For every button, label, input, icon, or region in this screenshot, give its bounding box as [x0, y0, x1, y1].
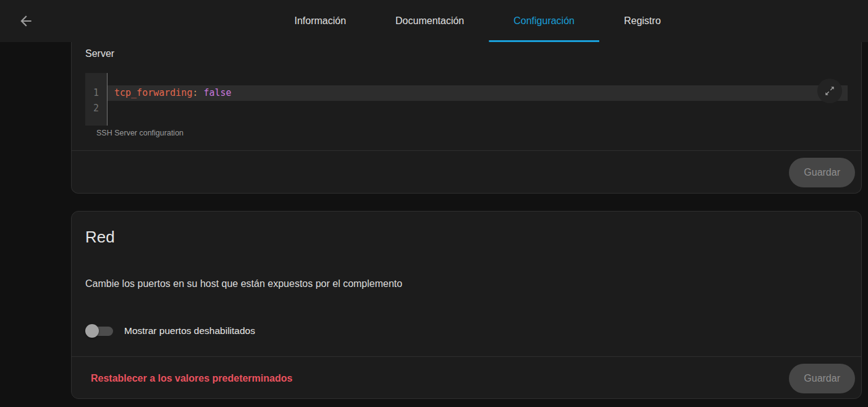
server-helper-text: SSH Server configuration: [96, 129, 848, 138]
yaml-code-editor[interactable]: 1 2 tcp_forwarding: false: [85, 73, 848, 126]
app-header: Información Documentación Configuración …: [0, 0, 868, 42]
network-card: Red Cambie los puertos en su host que es…: [71, 211, 862, 399]
tab-informacion[interactable]: Información: [269, 0, 371, 42]
page-content: Server 1 2 tcp_forwarding: false SSH Ser…: [0, 42, 868, 399]
save-button[interactable]: Guardar: [789, 364, 855, 393]
network-card-description: Cambie los puertos en su host que están …: [85, 278, 848, 290]
tab-configuracion[interactable]: Configuración: [489, 0, 599, 42]
toggle-label: Mostrar puertos deshabilitados: [124, 325, 255, 336]
code-line-1[interactable]: tcp_forwarding: false: [107, 85, 848, 101]
back-button[interactable]: [11, 6, 41, 36]
line-number: 2: [85, 101, 107, 116]
server-config-card: Server 1 2 tcp_forwarding: false SSH Ser…: [71, 42, 862, 194]
tab-registro[interactable]: Registro: [599, 0, 686, 42]
arrow-left-icon: [18, 13, 34, 29]
server-card-footer: Guardar: [72, 151, 861, 194]
network-card-title: Red: [85, 226, 848, 248]
save-button[interactable]: Guardar: [789, 158, 855, 187]
yaml-key: tcp_forwarding: [114, 87, 192, 98]
code-line-2[interactable]: [107, 101, 848, 116]
server-field-label: Server: [85, 48, 848, 59]
line-number: 1: [85, 85, 107, 101]
open-in-full-icon: [824, 85, 835, 96]
tab-bar: Información Documentación Configuración …: [269, 0, 685, 42]
expand-editor-button[interactable]: [817, 79, 842, 103]
tab-documentacion[interactable]: Documentación: [371, 0, 489, 42]
editor-line-number-gutter: 1 2: [85, 73, 107, 126]
show-disabled-ports-toggle[interactable]: [85, 323, 113, 338]
toggle-thumb[interactable]: [85, 324, 99, 338]
show-disabled-ports-row: Mostrar puertos deshabilitados: [85, 322, 848, 340]
editor-code-area[interactable]: tcp_forwarding: false: [107, 73, 848, 126]
yaml-separator: :: [192, 87, 203, 98]
reset-defaults-button[interactable]: Restablecer a los valores predeterminado…: [91, 373, 292, 384]
yaml-value: false: [204, 87, 232, 98]
network-card-footer: Restablecer a los valores predeterminado…: [72, 357, 861, 400]
